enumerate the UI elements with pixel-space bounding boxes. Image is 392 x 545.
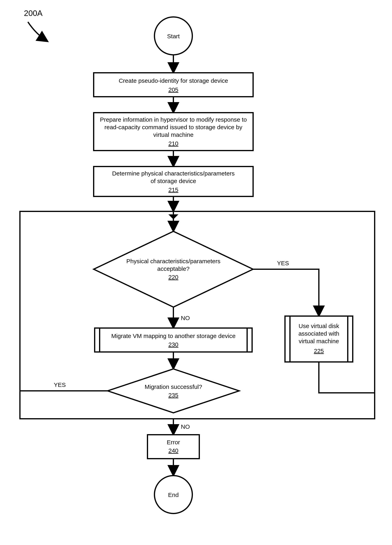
decision-235: Migration successful? 235 — [108, 369, 239, 413]
start-label: Start — [167, 33, 180, 39]
label-235-yes: YES — [54, 382, 66, 388]
branch-220-yes: YES — [253, 260, 319, 315]
step-215: Determine physical characteristics/param… — [94, 167, 253, 196]
step-240-ref: 240 — [168, 447, 178, 454]
decision-220-ref: 220 — [168, 274, 178, 280]
end-node: End — [154, 476, 192, 514]
step-240: Error 240 — [147, 435, 199, 459]
step-210-l1: Prepare information in hypervisor to mod… — [100, 116, 247, 123]
step-225-l3: virtual machine — [299, 338, 339, 344]
figure-pointer-arrow — [28, 22, 47, 41]
label-235-no: NO — [181, 423, 190, 430]
label-220-no: NO — [181, 315, 190, 321]
step-240-text: Error — [167, 439, 180, 446]
step-230: Migrate VM mapping to another storage de… — [95, 328, 252, 352]
decision-220-l1: Physical characteristics/parameters — [126, 258, 220, 264]
step-225-ref: 225 — [314, 347, 324, 354]
branch-220-no: NO — [173, 307, 190, 327]
label-220-yes: YES — [277, 260, 289, 266]
step-210-l3: virtual machine — [153, 131, 194, 138]
svg-marker-12 — [108, 369, 239, 413]
step-205-ref: 205 — [168, 86, 178, 93]
step-210: Prepare information in hypervisor to mod… — [94, 113, 253, 151]
step-215-l1: Determine physical characteristics/param… — [112, 170, 235, 177]
figure-label: 200A — [24, 9, 43, 18]
svg-rect-6 — [95, 328, 252, 352]
start-node: Start — [154, 17, 192, 55]
step-210-ref: 210 — [168, 140, 178, 147]
decision-220: Physical characteristics/parameters acce… — [94, 231, 253, 307]
step-215-l2: of storage device — [151, 178, 196, 184]
step-205: Create pseudo-identity for storage devic… — [94, 73, 253, 97]
step-210-l2: read-capacity command issued to storage … — [104, 124, 242, 130]
branch-235-yes: YES — [20, 382, 108, 391]
arrow-225-exit — [319, 362, 375, 393]
step-225-l1: Use virtual disk — [299, 323, 339, 329]
step-230-ref: 230 — [168, 341, 178, 348]
step-205-text: Create pseudo-identity for storage devic… — [119, 77, 228, 84]
step-215-ref: 215 — [168, 186, 178, 193]
end-label: End — [168, 492, 178, 498]
branch-235-no: NO — [173, 419, 190, 434]
step-225: Use virtual disk associated with virtual… — [285, 316, 353, 362]
decision-235-ref: 235 — [168, 392, 178, 398]
decision-220-l2: acceptable? — [157, 266, 190, 272]
step-230-text: Migrate VM mapping to another storage de… — [111, 333, 236, 339]
svg-rect-15 — [147, 435, 199, 459]
svg-rect-1 — [94, 73, 253, 97]
step-225-l2: associated with — [298, 330, 339, 337]
decision-235-text: Migration successful? — [145, 384, 202, 390]
